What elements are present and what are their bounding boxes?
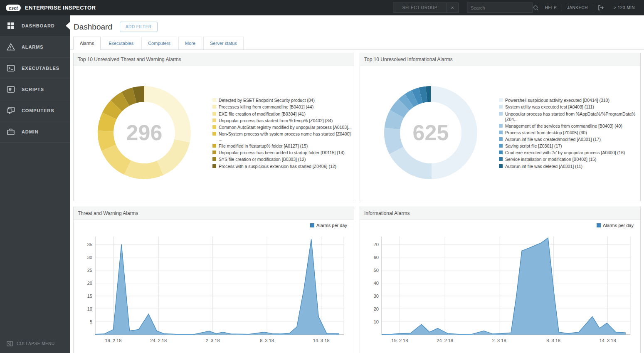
- sidebar-item-label: SCRIPTS: [22, 87, 44, 92]
- svg-text:2. 3 18: 2. 3 18: [206, 338, 220, 343]
- sidebar-item-label: COMPUTERS: [22, 108, 54, 113]
- legend-label: Processes killing from commandline [B040…: [219, 104, 313, 110]
- tab-server-status[interactable]: Server status: [203, 37, 244, 50]
- legend-item[interactable]: Powershell suspicious activity executed …: [499, 98, 640, 103]
- svg-text:2. 3 18: 2. 3 18: [492, 338, 506, 343]
- legend-item[interactable]: File modified in %startup% folder [A0127…: [212, 143, 354, 149]
- donut-segment[interactable]: [390, 147, 432, 179]
- svg-text:30: 30: [87, 255, 92, 260]
- sidebar-item-computers[interactable]: COMPUTERS: [0, 100, 70, 121]
- panel-title: Threat and Warning Alarms: [74, 207, 354, 220]
- panel-info-area: Informational Alarms Alarms per day 1020…: [360, 207, 641, 353]
- collapse-menu-button[interactable]: COLLAPSE MENU: [7, 341, 55, 346]
- legend-item[interactable]: Unpopular process has been added to star…: [212, 150, 354, 156]
- legend-label: Service installation or modification [B0…: [505, 157, 596, 162]
- legend-label: Unpopular process has started from %AppD…: [505, 111, 640, 122]
- legend-swatch: [499, 157, 503, 161]
- legend-swatch: [212, 132, 216, 136]
- tab-computers[interactable]: Computers: [141, 37, 177, 50]
- info-donut-chart[interactable]: 625: [381, 83, 481, 183]
- legend-label: Unpopular process has started from %Temp…: [219, 118, 333, 123]
- donut-total: 625: [413, 121, 449, 145]
- legend-swatch: [597, 223, 601, 227]
- panel-info-donut: Top 10 Unresolved Informational Alarms 6…: [360, 53, 641, 201]
- legend-swatch: [212, 144, 216, 148]
- search-box[interactable]: [467, 2, 533, 13]
- legend-item[interactable]: Autorun.inf file was created/modified [A…: [499, 137, 640, 142]
- sidebar-item-scripts[interactable]: SCRIPTS: [0, 79, 70, 100]
- legend-label: Management of the services from commandl…: [505, 123, 622, 129]
- legend-swatch: [212, 118, 216, 122]
- terminal-icon: [6, 64, 15, 73]
- tab-alarms[interactable]: Alarms: [73, 37, 101, 50]
- legend-label: Alarms per day: [316, 223, 347, 228]
- dashboard-icon: [6, 21, 15, 30]
- legend-label: EXE file creation of modification [B0304…: [219, 111, 306, 117]
- legend-item[interactable]: Saving script file [Z0301] (17): [499, 143, 640, 149]
- legend-item[interactable]: Processes killing from commandline [B040…: [212, 104, 354, 110]
- threat-donut-chart[interactable]: 296: [94, 83, 194, 183]
- svg-text:25: 25: [87, 268, 92, 273]
- legend-item[interactable]: Unpopular process has started from %Temp…: [212, 118, 354, 123]
- sidebar-item-label: DASHBOARD: [22, 23, 55, 28]
- svg-text:24. 2 18: 24. 2 18: [150, 338, 167, 343]
- legend-label: File modified in %startup% folder [A0127…: [219, 143, 308, 149]
- page-title: Dashboard: [74, 22, 112, 32]
- legend-label: Saving script file [Z0301] (17): [505, 143, 562, 149]
- panel-title: Top 10 Unresolved Informational Alarms: [360, 53, 640, 66]
- legend-item[interactable]: EXE file creation of modification [B0304…: [212, 111, 354, 117]
- legend-item[interactable]: Management of the services from commandl…: [499, 123, 640, 129]
- dashboard-tabs: Alarms Executables Computers More Server…: [70, 37, 644, 50]
- donut-total: 296: [126, 121, 163, 145]
- legend-label: Autorun.inf file was created/modified [A…: [505, 137, 601, 142]
- panel-title: Top 10 Unresolved Threat and Warning Ala…: [74, 53, 354, 66]
- svg-text:15: 15: [87, 294, 92, 299]
- svg-text:35: 35: [87, 242, 92, 247]
- legend-item[interactable]: Service installation or modification [B0…: [499, 157, 640, 162]
- svg-text:10: 10: [87, 306, 92, 311]
- legend-swatch: [499, 144, 503, 148]
- legend-label: Alarms per day: [603, 223, 634, 228]
- donut-segment[interactable]: [124, 160, 163, 179]
- legend-item[interactable]: Detected by ESET Endpoint Security produ…: [212, 98, 354, 103]
- sidebar-item-executables[interactable]: EXECUTABLES: [0, 58, 70, 79]
- sidebar-item-admin[interactable]: ADMIN: [0, 121, 70, 143]
- help-link[interactable]: HELP: [540, 5, 562, 10]
- search-input[interactable]: [467, 5, 533, 10]
- sidebar-item-dashboard[interactable]: DASHBOARD: [0, 15, 70, 37]
- tab-executables[interactable]: Executables: [102, 37, 140, 50]
- svg-text:8. 3 18: 8. 3 18: [546, 338, 560, 343]
- legend-swatch: [499, 124, 503, 128]
- sidebar-item-label: ALARMS: [22, 44, 43, 49]
- legend-item[interactable]: System utility was executed test [A0403]…: [499, 104, 640, 110]
- legend-swatch: [212, 164, 216, 168]
- legend-item[interactable]: Unpopular process has started from %AppD…: [499, 111, 640, 122]
- select-group-button[interactable]: SELECT GROUP ✕: [393, 2, 459, 13]
- svg-text:19. 2 18: 19. 2 18: [392, 338, 408, 343]
- threat-donut-legend: Detected by ESET Endpoint Security produ…: [212, 96, 354, 170]
- legend-item[interactable]: Non-System process with system process n…: [212, 131, 354, 142]
- legend-swatch: [499, 98, 503, 102]
- legend-swatch: [499, 164, 503, 168]
- legend-label: Unpopular process has been added to star…: [219, 150, 345, 156]
- session-timer: > 120 MIN: [609, 5, 640, 10]
- legend-swatch: [499, 151, 503, 154]
- legend-item[interactable]: Process started from desktop [Z0405] (30…: [499, 130, 640, 136]
- legend-item[interactable]: SYS file creation or modification [B0303…: [212, 157, 354, 162]
- legend-swatch: [499, 105, 503, 109]
- legend-swatch: [499, 137, 503, 141]
- legend-swatch: [212, 151, 216, 154]
- legend-label: Powershell suspicious activity executed …: [505, 98, 609, 103]
- add-filter-button[interactable]: ADD FILTER: [120, 22, 158, 32]
- svg-text:14. 3 18: 14. 3 18: [600, 338, 616, 343]
- legend-item[interactable]: Cmd.exe executed with '/c' by unpopular …: [499, 150, 640, 156]
- legend-item[interactable]: Autorun.inf file was deleted [A0301] (11…: [499, 164, 640, 169]
- clear-group-icon[interactable]: ✕: [447, 3, 458, 12]
- logout-icon[interactable]: [593, 5, 609, 11]
- user-menu[interactable]: JANKECH: [562, 5, 593, 10]
- legend-item[interactable]: Process with a suspicious extension has …: [212, 164, 354, 169]
- tab-more[interactable]: More: [178, 37, 202, 50]
- legend-swatch: [212, 125, 216, 129]
- sidebar-item-alarms[interactable]: ALARMS: [0, 37, 70, 58]
- legend-item[interactable]: Common AutoStart registry modified by un…: [212, 125, 354, 130]
